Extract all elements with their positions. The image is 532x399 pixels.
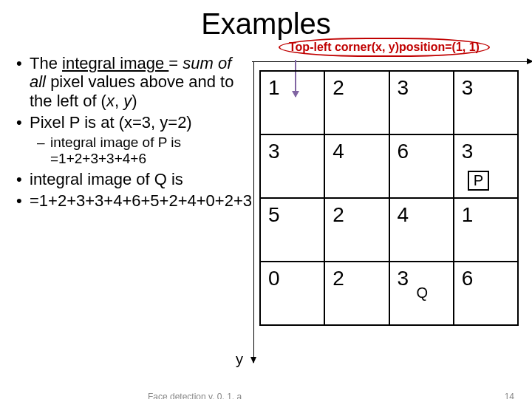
y-axis-label: y bbox=[236, 351, 243, 368]
grid-cell: 1 bbox=[260, 71, 324, 134]
bullet-2: • Pixel P is at (x=3, y=2) bbox=[16, 113, 252, 132]
grid-cell: 3Q bbox=[389, 262, 454, 325]
grid-cell: 3 bbox=[454, 71, 518, 134]
bullet-dot: • bbox=[16, 54, 30, 110]
y-axis-line bbox=[253, 61, 254, 363]
annotation-text: Top-left corner(x, y)position=(1, 1) bbox=[289, 41, 480, 53]
grid-cell: 4 bbox=[389, 198, 454, 262]
text-italic: x bbox=[106, 92, 115, 110]
text-column: • The integral image = sum of all pixel … bbox=[16, 41, 252, 213]
grid-cell: 1 bbox=[454, 198, 518, 262]
diagram-column: Top-left corner(x, y)position=(1, 1) x y… bbox=[252, 41, 519, 213]
x-axis-line: x bbox=[252, 61, 532, 62]
grid-cell: 6 bbox=[454, 262, 518, 325]
text: integral image of P is =1+2+3+3+4+6 bbox=[50, 134, 252, 167]
text: The bbox=[30, 54, 62, 72]
grid-cell: 2 bbox=[324, 71, 389, 134]
grid-cell: 3 bbox=[389, 71, 454, 134]
grid-cell: 2 bbox=[324, 262, 389, 325]
text-underline: integral image bbox=[62, 54, 168, 72]
pixel-grid: 1 2 3 3 3 4 6 3P 5 2 4 1 0 2 3Q 6 bbox=[259, 70, 519, 326]
text: =1+2+3+3+4+6+5+2+4+0+2+3 bbox=[30, 191, 252, 210]
content-area: • The integral image = sum of all pixel … bbox=[0, 41, 532, 213]
bullet-dot: • bbox=[16, 170, 30, 188]
slide-title: Examples bbox=[0, 0, 532, 41]
bullet-dot: • bbox=[16, 191, 30, 210]
text: Pixel P is at (x=3, y=2) bbox=[30, 113, 192, 132]
bullet-1: • The integral image = sum of all pixel … bbox=[16, 54, 252, 110]
bullet-dot: • bbox=[16, 113, 30, 132]
marker-p: P bbox=[468, 171, 489, 191]
text: , bbox=[115, 92, 123, 110]
bullet-4: • =1+2+3+3+4+6+5+2+4+0+2+3 bbox=[16, 191, 252, 210]
cell-value: 3 bbox=[462, 140, 474, 163]
grid-cell: 6 bbox=[389, 134, 454, 198]
page-number: 14 bbox=[505, 392, 514, 399]
grid-cell: 3 bbox=[260, 134, 324, 198]
footer-text: Face detection v. 0. 1. a bbox=[148, 392, 242, 399]
sub-bullet-1: – integral image of P is =1+2+3+3+4+6 bbox=[37, 134, 252, 167]
grid-cell: 2 bbox=[324, 198, 389, 262]
marker-q: Q bbox=[417, 284, 429, 301]
grid-cell: 0 bbox=[260, 262, 324, 325]
grid-cell: 3P bbox=[454, 134, 518, 198]
text: ) bbox=[132, 92, 137, 110]
text: = bbox=[168, 54, 183, 72]
annotation-oval: Top-left corner(x, y)position=(1, 1) bbox=[279, 38, 490, 57]
annotation-container: Top-left corner(x, y)position=(1, 1) bbox=[279, 38, 530, 57]
sub-dash: – bbox=[37, 134, 50, 167]
text-italic: y bbox=[123, 92, 132, 110]
grid-cell: 5 bbox=[260, 198, 324, 262]
grid-cell: 4 bbox=[324, 134, 389, 198]
bullet-3: • integral image of Q is bbox=[16, 170, 252, 188]
cell-value: 3 bbox=[398, 267, 409, 290]
text: integral image of Q is bbox=[30, 170, 183, 188]
